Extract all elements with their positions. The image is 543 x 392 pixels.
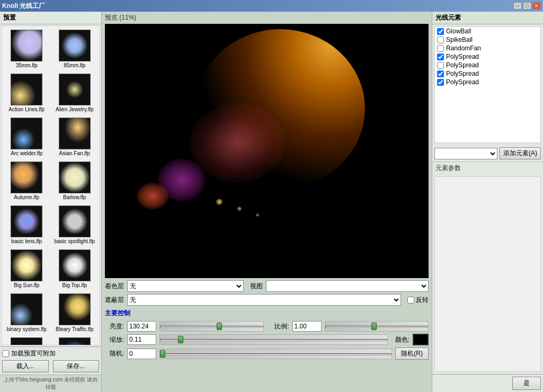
element-label-4: PolySpread — [446, 61, 479, 69]
preset-label-barlow: Barlow.lfp — [63, 194, 86, 200]
main-controls-title: 主要控制 — [105, 308, 429, 319]
flare-dot1 — [216, 199, 222, 205]
preset-item-barlow[interactable]: Barlow.lfp — [51, 159, 99, 203]
element-item-6[interactable]: PolySpread — [435, 78, 540, 86]
preset-label-asian: Asian Fan.lfp — [59, 150, 90, 156]
brightness-label: 亮度: — [105, 322, 124, 331]
zoom-slider[interactable] — [159, 334, 388, 345]
mask-layer-row: 遮蔽层 无 反转 — [105, 294, 429, 306]
element-item-5[interactable]: PolySpread — [435, 69, 540, 78]
zoom-input[interactable] — [127, 334, 156, 345]
element-item-1[interactable]: SpikeBall — [435, 35, 540, 44]
preset-item-arc[interactable]: Arc welder.lfp — [3, 115, 51, 159]
element-item-4[interactable]: PolySpread — [435, 61, 540, 69]
view-select[interactable] — [266, 280, 429, 292]
close-button[interactable]: ✕ — [532, 2, 541, 10]
preset-thumb-binary — [11, 293, 42, 325]
flare-dot3 — [256, 213, 259, 217]
right-panel: 光线元素 GlowBallSpikeBallRandomFanPolySprea… — [432, 12, 543, 392]
flare-glow — [190, 103, 285, 183]
preset-item-binary[interactable]: binary system.lfp — [3, 291, 51, 335]
random-slider[interactable] — [159, 349, 392, 359]
controls-area: 着色层 无 视图 遮蔽层 无 反转 主 — [102, 278, 432, 362]
brightness-slider[interactable] — [159, 321, 264, 332]
element-item-0[interactable]: GlowBall — [435, 27, 540, 35]
load-button[interactable]: 载入... — [2, 360, 49, 372]
window-controls[interactable]: ─ □ ✕ — [513, 2, 541, 10]
preset-item-bigsun[interactable]: Big Sun.lfp — [3, 247, 51, 291]
preset-thumb-bigsun — [11, 250, 42, 281]
preset-thumb-arc — [11, 118, 42, 149]
preset-item-bleary[interactable]: Bleary Traffic.lfp — [51, 291, 99, 335]
reverse-checkbox[interactable] — [407, 297, 414, 304]
preset-item-autumn[interactable]: Autumn.lfp — [3, 159, 51, 203]
element-checkbox-5[interactable] — [437, 70, 444, 77]
color-layer-select[interactable]: 无 — [127, 280, 244, 292]
load-additive-checkbox[interactable] — [2, 350, 9, 357]
flare-lens2 — [137, 183, 168, 209]
left-panel-bottom: 加载预置可附加 载入... 保存... — [0, 346, 101, 375]
scale-slider[interactable] — [325, 321, 429, 332]
preset-thumb-35mm — [11, 30, 42, 61]
preview-canvas — [105, 24, 429, 278]
element-label-1: SpikeBall — [446, 36, 473, 43]
element-item-3[interactable]: PolySpread — [435, 52, 540, 61]
color-swatch[interactable] — [413, 334, 429, 345]
preset-item-asian[interactable]: Asian Fan.lfp — [51, 115, 99, 159]
element-checkbox-4[interactable] — [437, 62, 444, 69]
preset-thumb-basiclens — [11, 206, 42, 237]
preset-label-autumn: Autumn.lfp — [14, 194, 39, 200]
brightness-input[interactable] — [127, 321, 156, 332]
scale-input[interactable] — [292, 321, 322, 332]
preset-label-35mm: 35mm.lfp — [16, 63, 38, 68]
preset-item-basiclens[interactable]: basic lens.lfp — [3, 203, 51, 247]
preset-item-85mm[interactable]: 85mm.lfp — [51, 27, 99, 71]
element-checkbox-6[interactable] — [437, 79, 444, 86]
preset-label-bigsun: Big Sun.lfp — [14, 282, 39, 288]
preset-label-basiclens: basic lens.lfp — [11, 238, 42, 244]
preset-item-35mm[interactable]: 35mm.lfp — [3, 27, 51, 71]
flare-dot2 — [237, 207, 242, 211]
element-label-5: PolySpread — [446, 70, 479, 77]
presets-scroll[interactable]: 35mm.lfp85mm.lfpAction Lines.lfpAlien Je… — [1, 25, 100, 345]
element-item-2[interactable]: RandomFan — [435, 44, 540, 52]
elements-list: GlowBallSpikeBallRandomFanPolySpreadPoly… — [434, 26, 541, 143]
element-checkbox-0[interactable] — [437, 28, 444, 35]
preset-label-bigtop: Big Top.lfp — [62, 282, 87, 288]
preset-item-blimp[interactable]: Blimp flare.lfp — [3, 335, 51, 345]
preset-thumb-bigtop — [59, 250, 91, 281]
ok-button[interactable]: 是 — [512, 377, 541, 390]
element-checkbox-1[interactable] — [437, 37, 444, 43]
zoom-row: 缩放: 颜色: — [105, 334, 429, 345]
mask-layer-select[interactable]: 无 — [127, 294, 401, 306]
add-element-button[interactable]: 添加元素(A) — [500, 147, 541, 159]
random-label: 随机: — [105, 349, 124, 358]
center-panel: 预览 (11%) 着色层 无 视图 — [102, 12, 432, 392]
add-element-row: 添加元素(A) — [432, 145, 543, 162]
element-params-title: 元素参数 — [432, 162, 543, 174]
preset-label-action: Action Lines.lfp — [8, 106, 44, 112]
preset-label-arc: Arc welder.lfp — [11, 150, 42, 156]
random-button[interactable]: 随机(R) — [395, 348, 429, 360]
element-checkbox-2[interactable] — [437, 45, 444, 52]
preset-label-binary: binary system.lfp — [7, 326, 47, 332]
right-panel-bottom: 是 — [432, 374, 543, 392]
presets-title: 预置 — [0, 12, 101, 24]
color-label: 颜色: — [391, 335, 410, 344]
preview-area[interactable] — [105, 24, 429, 278]
minimize-button[interactable]: ─ — [513, 2, 522, 10]
preset-item-basicspot[interactable]: basic spotlight.lfp — [51, 203, 99, 247]
maximize-button[interactable]: □ — [523, 2, 531, 10]
element-checkbox-3[interactable] — [437, 54, 444, 60]
preset-item-alien[interactable]: Alien Jewelry.lfp — [51, 71, 99, 115]
random-input[interactable] — [127, 349, 156, 359]
preset-item-action[interactable]: Action Lines.lfp — [3, 71, 51, 115]
element-label-3: PolySpread — [446, 53, 479, 60]
add-element-select[interactable] — [434, 148, 497, 159]
reverse-label: 反转 — [416, 296, 429, 305]
preset-item-bluegreen[interactable]: Blue Green Eye.lfp — [51, 335, 99, 345]
zoom-label: 缩放: — [105, 335, 124, 344]
preset-thumb-bleary — [59, 293, 91, 325]
save-button[interactable]: 保存... — [53, 360, 100, 372]
preset-item-bigtop[interactable]: Big Top.lfp — [51, 247, 99, 291]
